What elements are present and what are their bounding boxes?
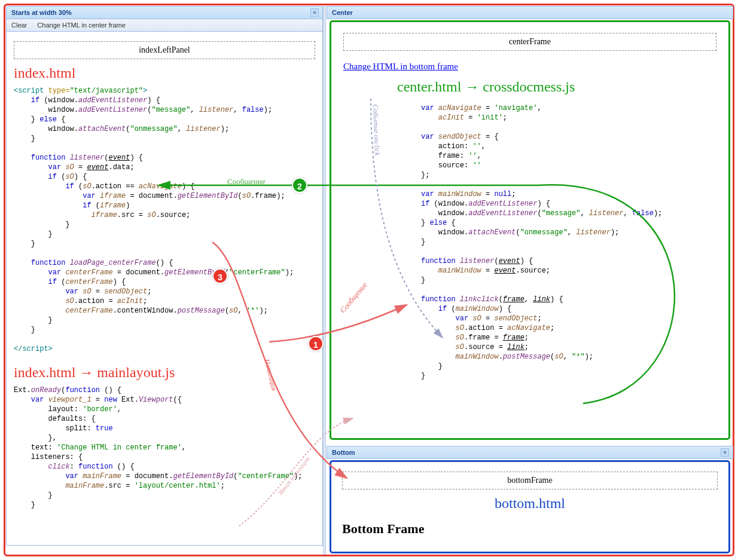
left-panel-title: Starts at width 30% bbox=[11, 9, 72, 16]
center-frame-box: centerFrame bbox=[343, 33, 716, 51]
change-center-button[interactable]: Change HTML in center frame bbox=[37, 22, 126, 29]
badge-3: 3 bbox=[212, 268, 228, 284]
collapse-left-icon[interactable]: « bbox=[310, 8, 319, 17]
left-body: indexLeftPanel index.html <script type="… bbox=[6, 32, 323, 546]
bottom-frame-heading: Bottom Frame bbox=[342, 521, 718, 537]
collapse-bottom-icon[interactable]: » bbox=[721, 448, 729, 457]
badge-1: 1 bbox=[308, 336, 324, 351]
left-panel-header: Starts at width 30% « bbox=[6, 6, 323, 19]
center-panel-title: Center bbox=[332, 9, 353, 16]
left-panel: Starts at width 30% « Clear Change HTML … bbox=[6, 6, 323, 555]
bottom-panel-header: Bottom » bbox=[327, 446, 733, 459]
code-index-html: <script type="text/javascript"> if (wind… bbox=[14, 86, 315, 354]
badge-2: 2 bbox=[292, 178, 307, 193]
change-bottom-link[interactable]: Change HTML in bottom frame bbox=[343, 62, 458, 71]
center-frame-annotation: centerFrame Change HTML in bottom frame … bbox=[330, 20, 730, 440]
center-panel-header: Center bbox=[327, 6, 733, 19]
label-onclick-event: Событие onclick bbox=[371, 104, 382, 155]
annotation-bottom-html: bottom.html bbox=[342, 495, 718, 512]
bottom-panel: Bottom » bbox=[327, 446, 733, 459]
code-mainlayout: Ext.onReady(function () { var viewport_1… bbox=[14, 385, 315, 510]
left-toolbar: Clear Change HTML in center frame bbox=[6, 19, 323, 32]
code-center: var acNavigate = 'navigate', acInit = 'i… bbox=[421, 103, 716, 381]
splitter[interactable] bbox=[323, 6, 326, 555]
annotation-index-html: index.html bbox=[14, 65, 315, 81]
index-left-panel-box: indexLeftPanel bbox=[14, 41, 315, 59]
bottom-frame-annotation: bottomFrame bottom.html Bottom Frame bbox=[330, 460, 730, 553]
label-message-2: Сообщение bbox=[227, 177, 266, 186]
bottom-frame-box: bottomFrame bbox=[342, 472, 718, 489]
bottom-panel-title: Bottom bbox=[332, 449, 355, 456]
clear-button[interactable]: Clear bbox=[11, 22, 27, 29]
annotation-center-html: center.html → crossdocmess.js bbox=[397, 79, 716, 95]
center-body: centerFrame Change HTML in bottom frame … bbox=[331, 22, 728, 388]
